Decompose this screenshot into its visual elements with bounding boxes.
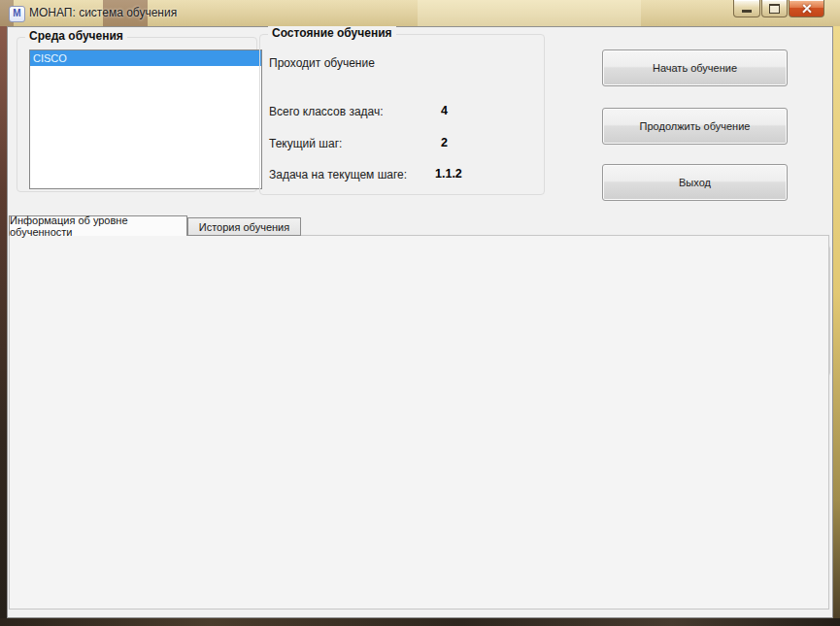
- window-frame-bottom: [0, 618, 840, 626]
- tab-training-level-info[interactable]: Информация об уровне обученности: [9, 215, 187, 236]
- continue-training-button[interactable]: Продолжить обучение: [602, 108, 788, 145]
- tab-training-history[interactable]: История обучения: [187, 217, 301, 236]
- current-step-value: 2: [441, 136, 448, 149]
- current-task-label: Задача на текущем шаге:: [269, 168, 407, 181]
- client-area: Среда обучения CISCO Состояние обучения …: [7, 26, 833, 618]
- window-title: МОНАП: система обучения: [29, 6, 177, 19]
- state-group-title: Состояние обучения: [268, 26, 396, 40]
- environment-listbox[interactable]: CISCO: [29, 49, 262, 189]
- close-button[interactable]: [789, 0, 824, 17]
- environment-group-title: Среда обучения: [25, 29, 127, 43]
- total-classes-value: 4: [441, 104, 448, 117]
- exit-button[interactable]: Выход: [602, 164, 788, 201]
- window-frame-left: [0, 26, 7, 618]
- tab-content-panel: [9, 235, 829, 610]
- title-bar[interactable]: M МОНАП: система обучения: [0, 0, 840, 26]
- minimize-icon: [742, 10, 752, 13]
- environment-group: Среда обучения CISCO: [17, 37, 257, 192]
- minimize-button[interactable]: [733, 0, 760, 17]
- total-classes-label: Всего классов задач:: [269, 105, 384, 118]
- listbox-item-cisco[interactable]: CISCO: [30, 50, 261, 66]
- close-icon: [790, 0, 823, 16]
- state-group: Состояние обучения Проходит обучение Все…: [259, 34, 545, 195]
- app-window: M МОНАП: система обучения Среда обучения…: [0, 0, 840, 626]
- current-task-value: 1.1.2: [435, 167, 462, 181]
- start-training-button[interactable]: Начать обучение: [602, 49, 788, 86]
- maximize-button[interactable]: [761, 0, 788, 17]
- maximize-icon: [769, 4, 780, 14]
- app-icon: M: [9, 6, 25, 22]
- training-status-text: Проходит обучение: [269, 56, 375, 70]
- current-step-label: Текущий шаг:: [269, 137, 342, 150]
- titlebar-glass-streak: [418, 0, 641, 26]
- window-frame-right: [833, 26, 840, 618]
